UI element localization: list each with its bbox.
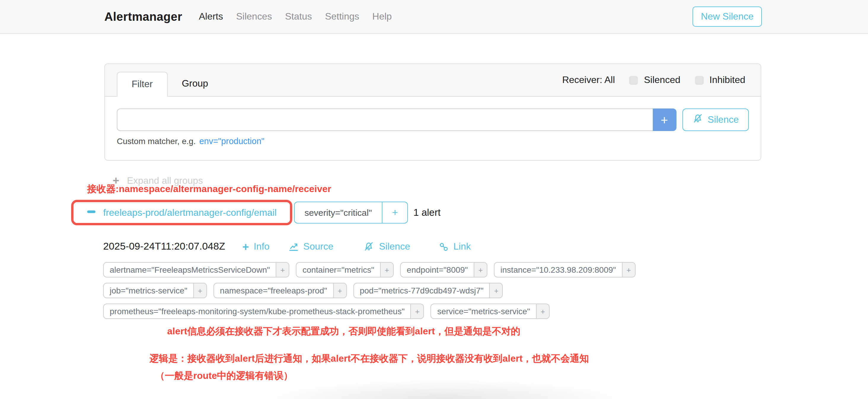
add-label-filter-button[interactable]: + <box>474 263 487 277</box>
filter-options: Receiver: All Silenced Inhibited <box>562 75 761 85</box>
inhibited-label: Inhibited <box>709 75 745 85</box>
silenced-label: Silenced <box>644 75 680 85</box>
alert-label: pod="metrics-77d9cdb497-wdsj7"+ <box>353 283 503 298</box>
logic-annotation-line2: （一般是route中的逻辑有错误） <box>149 370 589 382</box>
alertmanager-page: Alertmanager Alerts Silences Status Sett… <box>0 0 868 399</box>
add-label-filter-button[interactable]: + <box>490 283 502 298</box>
inhibited-toggle[interactable]: Inhibited <box>694 75 745 85</box>
add-label-filter-button[interactable]: + <box>276 263 289 277</box>
minus-icon <box>87 207 96 218</box>
group-matcher-badge: severity="critical" + <box>294 202 408 223</box>
logic-annotation-line1: 逻辑是：接收器收到alert后进行通知，如果alert不在接收器下，说明接收器没… <box>149 353 589 365</box>
receiver-filter[interactable]: Receiver: All <box>562 75 615 85</box>
silenced-checkbox[interactable] <box>629 75 638 85</box>
app-brand[interactable]: Alertmanager <box>104 10 182 23</box>
alert-label: instance="10.233.98.209:8009"+ <box>494 262 636 277</box>
nav-links: Alerts Silences Status Settings Help <box>199 11 392 22</box>
add-label-filter-button[interactable]: + <box>380 263 393 277</box>
alert-label: alertname="FreeleapsMetricsServiceDown"+ <box>103 262 289 277</box>
filter-card-header: Filter Group Receiver: All Silenced Inhi… <box>105 64 761 97</box>
source-button[interactable]: Source <box>288 241 333 252</box>
add-label-filter-button[interactable]: + <box>193 283 206 298</box>
matcher-input[interactable] <box>117 109 652 131</box>
nav-item-silences[interactable]: Silences <box>236 11 272 22</box>
nav-item-status[interactable]: Status <box>285 11 312 22</box>
logic-annotation: 逻辑是：接收器收到alert后进行通知，如果alert不在接收器下，说明接收器没… <box>149 353 589 382</box>
receiver-annotation: 接收器:namespace/altermanager-config-name/r… <box>87 183 331 196</box>
silenced-toggle[interactable]: Silenced <box>629 75 680 85</box>
custom-matcher-hint: Custom matcher, e.g.env="production" <box>117 136 749 146</box>
alert-annotation: alert信息必须在接收器下才表示配置成功，否则即使能看到alert，但是通知是… <box>167 326 520 338</box>
matcher-example-link[interactable]: env="production" <box>199 136 265 146</box>
chain-icon <box>438 242 448 252</box>
severity-matcher[interactable]: severity="critical" <box>294 202 382 223</box>
nav-item-settings[interactable]: Settings <box>325 11 359 22</box>
alert-label: namespace="freeleaps-prod"+ <box>213 283 347 298</box>
filter-card: Filter Group Receiver: All Silenced Inhi… <box>104 63 761 161</box>
silence-alert-button[interactable]: Silence <box>364 241 410 252</box>
hint-text: Custom matcher, e.g. <box>117 136 196 146</box>
add-label-filter-button[interactable]: + <box>410 304 424 318</box>
alert-label: job="metrics-service"+ <box>103 283 207 298</box>
alert-labels: alertname="FreeleapsMetricsServiceDown"+… <box>103 262 726 319</box>
receiver-group-button[interactable]: freeleaps-prod/alertmanager-config/email <box>73 202 290 223</box>
annotation-highlight-box: freeleaps-prod/alertmanager-config/email <box>71 200 292 225</box>
inhibited-checkbox[interactable] <box>694 75 704 85</box>
nav-item-help[interactable]: Help <box>372 11 392 22</box>
add-matcher-button[interactable]: + <box>652 109 676 131</box>
add-label-filter-button[interactable]: + <box>622 263 635 277</box>
info-label: Info <box>254 241 270 252</box>
alert-timestamp: 2025-09-24T11:20:07.048Z <box>103 241 225 252</box>
add-label-filter-button[interactable]: + <box>536 304 549 318</box>
matcher-input-row: + Silence <box>117 109 749 131</box>
alert-row: 2025-09-24T11:20:07.048Z + Info Source <box>103 241 471 252</box>
plus-icon: + <box>242 241 249 252</box>
link-label: Link <box>453 241 471 252</box>
source-label: Source <box>303 241 333 252</box>
bell-slash-icon <box>364 241 374 252</box>
tab-filter[interactable]: Filter <box>117 72 167 97</box>
chart-line-icon <box>288 241 299 252</box>
info-button[interactable]: + Info <box>242 241 270 252</box>
new-silence-button[interactable]: New Silence <box>692 6 762 27</box>
filter-card-body: + Silence Custom matcher, e.g.env="produ… <box>105 97 761 146</box>
tab-group[interactable]: Group <box>167 72 222 96</box>
silence-filter-button[interactable]: Silence <box>682 109 749 131</box>
navbar: Alertmanager Alerts Silences Status Sett… <box>0 0 868 34</box>
silence-alert-label: Silence <box>379 241 410 252</box>
receiver-group-label: freeleaps-prod/alertmanager-config/email <box>103 207 277 218</box>
silence-filter-label: Silence <box>708 115 739 125</box>
alert-label: endpoint="8009"+ <box>400 262 487 277</box>
alert-label: prometheus="freeleaps-monitoring-system/… <box>103 304 424 319</box>
alert-count: 1 alert <box>413 207 440 218</box>
nav-item-alerts[interactable]: Alerts <box>199 11 223 22</box>
alert-label: container="metrics"+ <box>296 262 394 277</box>
alert-group-row: freeleaps-prod/alertmanager-config/email… <box>71 200 440 225</box>
bell-slash-icon <box>692 113 703 126</box>
link-button[interactable]: Link <box>438 241 471 252</box>
add-label-filter-button[interactable]: + <box>333 283 346 298</box>
alert-label: service="metrics-service"+ <box>431 304 550 319</box>
add-group-matcher-button[interactable]: + <box>382 202 407 223</box>
